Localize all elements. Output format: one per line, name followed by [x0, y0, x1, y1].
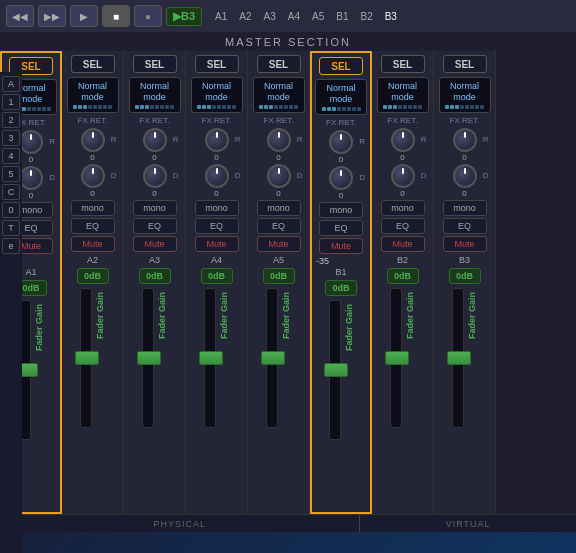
- fader-0db-b3: 0dB: [449, 268, 481, 284]
- fader-track-a3[interactable]: [142, 288, 154, 428]
- fader-track-a2[interactable]: [80, 288, 92, 428]
- knob-d-b3[interactable]: [453, 164, 477, 188]
- knob-d-b2[interactable]: [391, 164, 415, 188]
- knob-d-a4[interactable]: [205, 164, 229, 188]
- mute-button-a2[interactable]: Mute: [71, 236, 115, 252]
- knob-r-b3[interactable]: [453, 128, 477, 152]
- fader-handle-a4[interactable]: [199, 351, 223, 365]
- eq-button-a4[interactable]: EQ: [195, 218, 239, 234]
- tab-b1[interactable]: B1: [331, 9, 353, 24]
- sel-button-b3[interactable]: SEL: [443, 55, 487, 73]
- mono-button-a5[interactable]: mono: [257, 200, 301, 216]
- sidebar-item-0[interactable]: 0: [2, 202, 20, 218]
- tab-b2[interactable]: B2: [355, 9, 377, 24]
- mute-button-a5[interactable]: Mute: [257, 236, 301, 252]
- knob-container-d-a3: D0: [129, 164, 181, 198]
- mute-button-b1[interactable]: Mute: [319, 238, 363, 254]
- mode-dots-b3: [442, 105, 488, 109]
- eq-button-b1[interactable]: EQ: [319, 220, 363, 236]
- mute-button-a3[interactable]: Mute: [133, 236, 177, 252]
- tab-a4[interactable]: A4: [283, 9, 305, 24]
- sel-button-b1[interactable]: SEL: [319, 57, 363, 75]
- dot-2: [22, 107, 26, 111]
- mute-button-b2[interactable]: Mute: [381, 236, 425, 252]
- eq-button-b2[interactable]: EQ: [381, 218, 425, 234]
- knob-d-a1[interactable]: [19, 166, 43, 190]
- rewind-button[interactable]: ◀◀: [6, 5, 34, 27]
- knob-d-a2[interactable]: [81, 164, 105, 188]
- fader-area-b3: 0dBFader Gain: [436, 268, 493, 512]
- fader-handle-b2[interactable]: [385, 351, 409, 365]
- eq-button-a5[interactable]: EQ: [257, 218, 301, 234]
- sel-button-a4[interactable]: SEL: [195, 55, 239, 73]
- sidebar-item-C[interactable]: C: [2, 184, 20, 200]
- knob-r-row-a3: R: [129, 128, 181, 152]
- dot-3: [460, 105, 464, 109]
- tab-a5[interactable]: A5: [307, 9, 329, 24]
- knob-d-a5[interactable]: [267, 164, 291, 188]
- sidebar-item-e[interactable]: e: [2, 238, 20, 254]
- fader-handle-b3[interactable]: [447, 351, 471, 365]
- tab-a1[interactable]: A1: [210, 9, 232, 24]
- knob-r-label-b3: R: [483, 135, 489, 144]
- eq-button-a3[interactable]: EQ: [133, 218, 177, 234]
- sel-button-a3[interactable]: SEL: [133, 55, 177, 73]
- knob-r-a4[interactable]: [205, 128, 229, 152]
- ch-name-a5: A5: [273, 255, 284, 265]
- fader-handle-b1[interactable]: [324, 363, 348, 377]
- fader-handle-a3[interactable]: [137, 351, 161, 365]
- mono-button-b1[interactable]: mono: [319, 202, 363, 218]
- knob-d-b1[interactable]: [329, 166, 353, 190]
- sel-button-b2[interactable]: SEL: [381, 55, 425, 73]
- sidebar-item-1[interactable]: 1: [2, 94, 20, 110]
- eq-button-b3[interactable]: EQ: [443, 218, 487, 234]
- knob-r-label-a5: R: [297, 135, 303, 144]
- fader-track-b2[interactable]: [390, 288, 402, 428]
- knob-container-r-a2: R0: [67, 128, 119, 162]
- fader-handle-a5[interactable]: [261, 351, 285, 365]
- fader-handle-a2[interactable]: [75, 351, 99, 365]
- knob-r-a2[interactable]: [81, 128, 105, 152]
- fx-ret-a5: FX RET.: [264, 116, 294, 125]
- knob-r-b2[interactable]: [391, 128, 415, 152]
- mono-button-a2[interactable]: mono: [71, 200, 115, 216]
- sel-button-a5[interactable]: SEL: [257, 55, 301, 73]
- mono-button-b3[interactable]: mono: [443, 200, 487, 216]
- knob-d-row-b2: D: [377, 164, 429, 188]
- record-button[interactable]: ●: [134, 5, 162, 27]
- play-button[interactable]: ▶: [70, 5, 98, 27]
- tab-a2[interactable]: A2: [234, 9, 256, 24]
- knob-r-a5[interactable]: [267, 128, 291, 152]
- mono-button-b2[interactable]: mono: [381, 200, 425, 216]
- knob-r-a3[interactable]: [143, 128, 167, 152]
- fader-track-a5[interactable]: [266, 288, 278, 428]
- sidebar-item-5[interactable]: 5: [2, 166, 20, 182]
- sidebar-item-4[interactable]: 4: [2, 148, 20, 164]
- fader-0db-b1: 0dB: [325, 280, 357, 296]
- fader-track-b3[interactable]: [452, 288, 464, 428]
- sidebar-item-T[interactable]: T: [2, 220, 20, 236]
- mono-button-a4[interactable]: mono: [195, 200, 239, 216]
- mute-button-a4[interactable]: Mute: [195, 236, 239, 252]
- fader-area-a4: 0dBFader Gain: [188, 268, 245, 512]
- knob-d-a3[interactable]: [143, 164, 167, 188]
- sidebar-item-A[interactable]: A: [2, 76, 20, 92]
- sidebar-item-3[interactable]: 3: [2, 130, 20, 146]
- mute-button-b3[interactable]: Mute: [443, 236, 487, 252]
- fader-track-b1[interactable]: [329, 300, 341, 440]
- mono-button-a3[interactable]: mono: [133, 200, 177, 216]
- fader-gain-label-b2: Fader Gain: [405, 292, 415, 339]
- sidebar-item-2[interactable]: 2: [2, 112, 20, 128]
- knob-container-d-b3: D0: [439, 164, 491, 198]
- sel-button-a2[interactable]: SEL: [71, 55, 115, 73]
- tab-a3[interactable]: A3: [259, 9, 281, 24]
- master-section-label: MASTER SECTION: [0, 32, 576, 51]
- tab-b3[interactable]: B3: [380, 9, 402, 24]
- knob-r-b1[interactable]: [329, 130, 353, 154]
- dot-0: [73, 105, 77, 109]
- knob-r-a1[interactable]: [19, 130, 43, 154]
- forward-button[interactable]: ▶▶: [38, 5, 66, 27]
- eq-button-a2[interactable]: EQ: [71, 218, 115, 234]
- fader-track-a4[interactable]: [204, 288, 216, 428]
- stop-button[interactable]: ■: [102, 5, 130, 27]
